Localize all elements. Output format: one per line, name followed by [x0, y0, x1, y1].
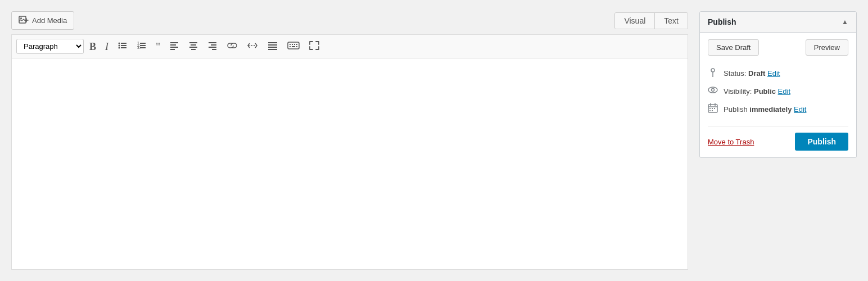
svg-rect-29 [268, 47, 277, 48]
align-right-button[interactable] [204, 38, 221, 55]
svg-rect-16 [170, 47, 178, 48]
status-icon [708, 67, 718, 79]
editor-area: Add Media Visual Text Paragraph Heading … [11, 11, 688, 270]
svg-rect-14 [170, 42, 178, 43]
publish-box-title: Publish [708, 17, 736, 26]
bold-button[interactable]: B [86, 39, 100, 54]
svg-rect-28 [268, 44, 277, 46]
publish-when-edit-link[interactable]: Edit [794, 105, 806, 114]
svg-rect-25 [212, 49, 216, 50]
collapse-arrow[interactable]: ▲ [842, 18, 848, 26]
blockquote-button[interactable]: " [152, 39, 164, 55]
visibility-edit-link[interactable]: Edit [778, 87, 790, 96]
visibility-label: Visibility: [724, 87, 752, 96]
svg-rect-48 [712, 108, 713, 109]
svg-point-2 [119, 43, 120, 44]
status-edit-link[interactable]: Edit [767, 69, 780, 78]
svg-rect-18 [189, 42, 197, 43]
fullscreen-button[interactable] [305, 38, 323, 55]
svg-rect-37 [292, 46, 295, 47]
publish-when-item: Publish immediately Edit [708, 99, 848, 119]
publish-when-label: Publish [724, 105, 748, 114]
svg-rect-19 [191, 44, 196, 46]
svg-point-39 [711, 69, 715, 72]
align-center-button[interactable] [185, 38, 202, 55]
svg-point-6 [119, 47, 120, 49]
publish-box-body: Save Draft Preview Status: Draft Edit [700, 33, 856, 157]
align-left-button[interactable] [166, 38, 183, 55]
svg-rect-33 [292, 44, 293, 45]
status-text: Status: Draft Edit [724, 69, 780, 78]
add-media-label: Add Media [32, 16, 67, 25]
svg-rect-20 [189, 47, 197, 48]
svg-rect-21 [191, 49, 196, 50]
svg-rect-22 [209, 42, 216, 43]
publish-footer: Move to Trash Publish [708, 126, 848, 151]
publish-box-header: Publish ▲ [700, 12, 856, 33]
media-icon [19, 15, 29, 26]
svg-rect-3 [121, 43, 126, 44]
add-media-button[interactable]: Add Media [11, 11, 74, 30]
sidebar: Publish ▲ Save Draft Preview Status: Dra… [699, 11, 857, 270]
svg-rect-49 [714, 108, 715, 109]
svg-rect-0 [19, 16, 26, 23]
ordered-list-button[interactable]: 1.2.3. [133, 38, 150, 55]
paragraph-select[interactable]: Paragraph Heading 1 Heading 2 Heading 3 [16, 39, 84, 54]
svg-rect-5 [121, 45, 126, 46]
svg-rect-11 [140, 45, 146, 46]
keyboard-button[interactable] [284, 38, 303, 55]
svg-point-4 [119, 45, 120, 47]
editor-toolbar: Paragraph Heading 1 Heading 2 Heading 3 … [11, 34, 688, 58]
svg-rect-24 [209, 47, 216, 48]
tab-text[interactable]: Text [654, 13, 688, 29]
svg-rect-7 [121, 47, 126, 48]
svg-rect-27 [268, 42, 277, 43]
svg-rect-38 [296, 46, 297, 47]
svg-rect-36 [290, 46, 291, 47]
svg-rect-13 [140, 47, 146, 48]
svg-rect-47 [709, 108, 711, 109]
link-button[interactable] [223, 38, 241, 55]
svg-rect-32 [290, 44, 291, 45]
svg-point-1 [20, 17, 22, 19]
svg-rect-34 [294, 44, 295, 45]
svg-rect-35 [296, 44, 297, 45]
visibility-value: Public [754, 87, 776, 96]
publish-when-text: Publish immediately Edit [724, 105, 806, 114]
svg-point-40 [712, 76, 713, 77]
editor-content[interactable] [11, 58, 688, 270]
status-label: Status: [724, 69, 746, 78]
horizontal-rule-button[interactable] [264, 38, 282, 55]
publish-button[interactable]: Publish [795, 133, 848, 151]
svg-rect-31 [288, 42, 299, 49]
status-value: Draft [748, 69, 765, 78]
svg-point-41 [708, 87, 717, 93]
save-draft-button[interactable]: Save Draft [708, 39, 759, 56]
status-item: Status: Draft Edit [708, 64, 848, 83]
svg-rect-15 [170, 44, 176, 46]
move-to-trash-button[interactable]: Move to Trash [708, 138, 754, 146]
svg-rect-30 [268, 49, 277, 50]
svg-point-42 [712, 89, 715, 92]
svg-rect-17 [170, 49, 175, 50]
calendar-icon [708, 103, 718, 115]
svg-rect-50 [709, 110, 711, 111]
preview-button[interactable]: Preview [806, 39, 848, 56]
tab-visual[interactable]: Visual [615, 13, 654, 29]
svg-rect-9 [140, 43, 146, 44]
italic-button[interactable]: I [102, 39, 112, 54]
top-bar: Add Media Visual Text [11, 11, 688, 30]
publish-when-value: immediately [749, 105, 792, 114]
view-tabs: Visual Text [614, 12, 688, 29]
publish-box: Publish ▲ Save Draft Preview Status: Dra… [699, 11, 857, 158]
visibility-item: Visibility: Public Edit [708, 83, 848, 99]
publish-info-list: Status: Draft Edit Visibility: Publ [708, 64, 848, 119]
more-tag-button[interactable] [243, 38, 261, 55]
publish-actions: Save Draft Preview [708, 39, 848, 56]
unordered-list-button[interactable] [114, 38, 131, 55]
svg-rect-23 [211, 44, 216, 46]
visibility-icon [708, 86, 718, 96]
svg-rect-51 [712, 110, 713, 111]
visibility-text: Visibility: Public Edit [724, 87, 790, 96]
